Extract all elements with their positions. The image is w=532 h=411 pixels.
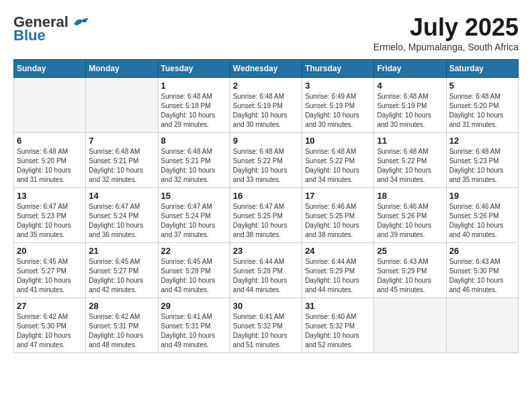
weekday-header-monday: Monday — [86, 60, 158, 78]
calendar-cell: 1Sunrise: 6:48 AM Sunset: 5:18 PM Daylig… — [158, 78, 230, 133]
weekday-header-row: SundayMondayTuesdayWednesdayThursdayFrid… — [14, 60, 519, 78]
day-info: Sunrise: 6:48 AM Sunset: 5:22 PM Dayligh… — [377, 147, 443, 185]
day-info: Sunrise: 6:46 AM Sunset: 5:26 PM Dayligh… — [449, 202, 515, 240]
calendar-cell: 21Sunrise: 6:45 AM Sunset: 5:27 PM Dayli… — [86, 243, 158, 298]
calendar-cell: 2Sunrise: 6:48 AM Sunset: 5:19 PM Daylig… — [230, 78, 302, 133]
calendar-cell: 4Sunrise: 6:48 AM Sunset: 5:19 PM Daylig… — [374, 78, 446, 133]
calendar-cell: 9Sunrise: 6:48 AM Sunset: 5:22 PM Daylig… — [230, 133, 302, 188]
day-number: 26 — [449, 246, 515, 256]
day-info: Sunrise: 6:42 AM Sunset: 5:31 PM Dayligh… — [89, 312, 154, 350]
weekday-header-saturday: Saturday — [446, 60, 518, 78]
weekday-header-sunday: Sunday — [14, 60, 86, 78]
day-number: 5 — [449, 81, 515, 91]
calendar-cell — [14, 78, 86, 133]
calendar-cell: 6Sunrise: 6:48 AM Sunset: 5:20 PM Daylig… — [14, 133, 86, 188]
calendar-cell: 31Sunrise: 6:40 AM Sunset: 5:32 PM Dayli… — [302, 298, 374, 353]
day-number: 4 — [377, 81, 443, 91]
day-info: Sunrise: 6:41 AM Sunset: 5:31 PM Dayligh… — [161, 312, 227, 350]
calendar-table: SundayMondayTuesdayWednesdayThursdayFrid… — [13, 59, 519, 353]
day-number: 23 — [233, 246, 299, 256]
day-info: Sunrise: 6:43 AM Sunset: 5:30 PM Dayligh… — [449, 257, 515, 295]
day-info: Sunrise: 6:40 AM Sunset: 5:32 PM Dayligh… — [305, 312, 371, 350]
day-info: Sunrise: 6:45 AM Sunset: 5:27 PM Dayligh… — [17, 257, 83, 295]
day-number: 13 — [17, 191, 83, 201]
calendar-cell — [374, 298, 446, 353]
calendar-cell: 22Sunrise: 6:45 AM Sunset: 5:28 PM Dayli… — [158, 243, 230, 298]
day-info: Sunrise: 6:48 AM Sunset: 5:21 PM Dayligh… — [89, 147, 154, 185]
calendar-cell: 30Sunrise: 6:41 AM Sunset: 5:32 PM Dayli… — [230, 298, 302, 353]
day-info: Sunrise: 6:42 AM Sunset: 5:30 PM Dayligh… — [17, 312, 83, 350]
title-area: July 2025 Ermelo, Mpumalanga, South Afri… — [373, 13, 519, 52]
day-number: 1 — [161, 81, 227, 91]
weekday-header-wednesday: Wednesday — [230, 60, 302, 78]
day-info: Sunrise: 6:45 AM Sunset: 5:27 PM Dayligh… — [89, 257, 154, 295]
day-number: 24 — [305, 246, 371, 256]
day-info: Sunrise: 6:46 AM Sunset: 5:26 PM Dayligh… — [377, 202, 443, 240]
day-info: Sunrise: 6:48 AM Sunset: 5:20 PM Dayligh… — [17, 147, 83, 185]
calendar-cell: 18Sunrise: 6:46 AM Sunset: 5:26 PM Dayli… — [374, 188, 446, 243]
week-row-1: 1Sunrise: 6:48 AM Sunset: 5:18 PM Daylig… — [14, 78, 519, 133]
week-row-3: 13Sunrise: 6:47 AM Sunset: 5:23 PM Dayli… — [14, 188, 519, 243]
weekday-header-thursday: Thursday — [302, 60, 374, 78]
day-number: 9 — [233, 136, 299, 146]
day-info: Sunrise: 6:48 AM Sunset: 5:19 PM Dayligh… — [377, 92, 443, 130]
weekday-header-tuesday: Tuesday — [158, 60, 230, 78]
day-number: 27 — [17, 301, 83, 311]
day-number: 29 — [161, 301, 227, 311]
day-number: 8 — [161, 136, 227, 146]
calendar-cell: 26Sunrise: 6:43 AM Sunset: 5:30 PM Dayli… — [446, 243, 518, 298]
day-info: Sunrise: 6:46 AM Sunset: 5:25 PM Dayligh… — [305, 202, 371, 240]
calendar-cell: 24Sunrise: 6:44 AM Sunset: 5:29 PM Dayli… — [302, 243, 374, 298]
day-info: Sunrise: 6:48 AM Sunset: 5:22 PM Dayligh… — [233, 147, 299, 185]
page-header: General Blue July 2025 Ermelo, Mpumalang… — [13, 13, 519, 52]
day-number: 30 — [233, 301, 299, 311]
calendar-cell: 14Sunrise: 6:47 AM Sunset: 5:24 PM Dayli… — [86, 188, 158, 243]
day-number: 10 — [305, 136, 371, 146]
calendar-cell: 13Sunrise: 6:47 AM Sunset: 5:23 PM Dayli… — [14, 188, 86, 243]
calendar-cell: 10Sunrise: 6:48 AM Sunset: 5:22 PM Dayli… — [302, 133, 374, 188]
day-number: 2 — [233, 81, 299, 91]
weekday-header-friday: Friday — [374, 60, 446, 78]
calendar-cell: 29Sunrise: 6:41 AM Sunset: 5:31 PM Dayli… — [158, 298, 230, 353]
day-number: 12 — [449, 136, 515, 146]
day-info: Sunrise: 6:44 AM Sunset: 5:28 PM Dayligh… — [233, 257, 299, 295]
location-subtitle: Ermelo, Mpumalanga, South Africa — [373, 42, 519, 52]
day-number: 3 — [305, 81, 371, 91]
day-number: 22 — [161, 246, 227, 256]
logo-bird-icon — [71, 16, 90, 28]
day-number: 18 — [377, 191, 443, 201]
day-info: Sunrise: 6:43 AM Sunset: 5:29 PM Dayligh… — [377, 257, 443, 295]
logo: General Blue — [13, 13, 90, 44]
calendar-cell: 20Sunrise: 6:45 AM Sunset: 5:27 PM Dayli… — [14, 243, 86, 298]
calendar-cell — [86, 78, 158, 133]
logo-blue: Blue — [13, 27, 46, 44]
calendar-cell: 17Sunrise: 6:46 AM Sunset: 5:25 PM Dayli… — [302, 188, 374, 243]
calendar-cell: 28Sunrise: 6:42 AM Sunset: 5:31 PM Dayli… — [86, 298, 158, 353]
week-row-5: 27Sunrise: 6:42 AM Sunset: 5:30 PM Dayli… — [14, 298, 519, 353]
day-info: Sunrise: 6:47 AM Sunset: 5:25 PM Dayligh… — [233, 202, 299, 240]
day-info: Sunrise: 6:49 AM Sunset: 5:19 PM Dayligh… — [305, 92, 371, 130]
calendar-cell: 16Sunrise: 6:47 AM Sunset: 5:25 PM Dayli… — [230, 188, 302, 243]
day-info: Sunrise: 6:48 AM Sunset: 5:23 PM Dayligh… — [449, 147, 515, 185]
month-year-title: July 2025 — [373, 13, 519, 42]
day-number: 15 — [161, 191, 227, 201]
day-info: Sunrise: 6:48 AM Sunset: 5:19 PM Dayligh… — [233, 92, 299, 130]
calendar-cell: 5Sunrise: 6:48 AM Sunset: 5:20 PM Daylig… — [446, 78, 518, 133]
calendar-cell: 8Sunrise: 6:48 AM Sunset: 5:21 PM Daylig… — [158, 133, 230, 188]
day-number: 6 — [17, 136, 83, 146]
calendar-cell: 12Sunrise: 6:48 AM Sunset: 5:23 PM Dayli… — [446, 133, 518, 188]
calendar-cell: 27Sunrise: 6:42 AM Sunset: 5:30 PM Dayli… — [14, 298, 86, 353]
calendar-cell: 25Sunrise: 6:43 AM Sunset: 5:29 PM Dayli… — [374, 243, 446, 298]
day-number: 25 — [377, 246, 443, 256]
day-info: Sunrise: 6:45 AM Sunset: 5:28 PM Dayligh… — [161, 257, 227, 295]
day-number: 31 — [305, 301, 371, 311]
week-row-4: 20Sunrise: 6:45 AM Sunset: 5:27 PM Dayli… — [14, 243, 519, 298]
day-number: 20 — [17, 246, 83, 256]
day-info: Sunrise: 6:47 AM Sunset: 5:23 PM Dayligh… — [17, 202, 83, 240]
day-number: 17 — [305, 191, 371, 201]
day-info: Sunrise: 6:48 AM Sunset: 5:20 PM Dayligh… — [449, 92, 515, 130]
calendar-cell: 3Sunrise: 6:49 AM Sunset: 5:19 PM Daylig… — [302, 78, 374, 133]
calendar-cell: 19Sunrise: 6:46 AM Sunset: 5:26 PM Dayli… — [446, 188, 518, 243]
calendar-cell: 23Sunrise: 6:44 AM Sunset: 5:28 PM Dayli… — [230, 243, 302, 298]
day-number: 28 — [89, 301, 154, 311]
